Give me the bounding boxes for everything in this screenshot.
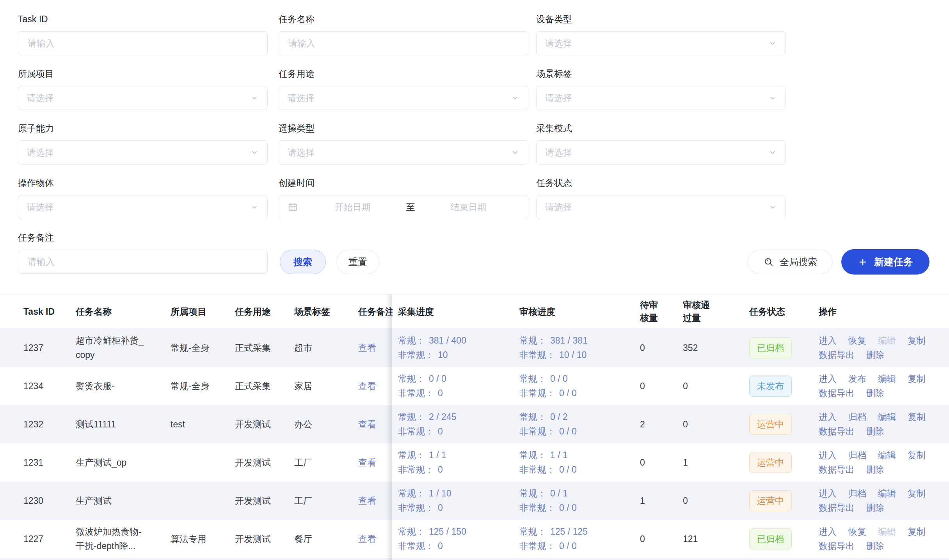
view-remark-link[interactable]: 查看 [358, 495, 376, 507]
action-delete[interactable]: 删除 [866, 348, 884, 362]
action-copy[interactable]: 复制 [908, 410, 926, 424]
action-enter[interactable]: 进入 [819, 372, 837, 386]
chevron-down-icon [250, 94, 259, 102]
scene-tag-select[interactable]: 请选择 [536, 86, 786, 110]
action-copy[interactable]: 复制 [908, 333, 926, 348]
action-edit[interactable]: 编辑 [878, 372, 896, 386]
view-remark-link[interactable]: 查看 [358, 342, 376, 354]
action-export[interactable]: 数据导出 [819, 386, 855, 401]
date-range-picker[interactable]: 开始日期 至 结束日期 [279, 195, 528, 219]
status-badge: 已归档 [749, 528, 792, 549]
action-enter[interactable]: 进入 [819, 525, 837, 539]
reset-button[interactable]: 重置 [336, 250, 379, 274]
header-name: 任务名称 [76, 295, 145, 328]
table-row: 1230 生产测试 开发测试 工厂 查看 常规：1 / 10 非常规：0 常规：… [0, 482, 949, 520]
action-restore[interactable]: 恢复 [848, 525, 866, 539]
action-copy[interactable]: 复制 [908, 448, 926, 463]
cell-project [171, 443, 211, 482]
end-date-placeholder[interactable]: 结束日期 [418, 201, 520, 213]
task-id-input[interactable] [27, 38, 259, 49]
task-id-input-box [18, 31, 268, 55]
new-task-button[interactable]: 新建任务 [841, 249, 929, 275]
action-archive[interactable]: 归档 [848, 448, 866, 463]
action-restore[interactable]: 恢复 [848, 333, 866, 348]
action-enter[interactable]: 进入 [819, 333, 837, 348]
filter-group-task-status: 任务状态 请选择 [536, 177, 786, 219]
filter-group-task-name: 任务名称 [279, 13, 528, 55]
action-export[interactable]: 数据导出 [819, 501, 855, 515]
filter-group-atomic-capability: 原子能力 请选择 [18, 122, 268, 165]
action-edit[interactable]: 编辑 [878, 448, 896, 463]
action-delete[interactable]: 删除 [866, 386, 884, 401]
action-enter[interactable]: 进入 [819, 410, 837, 424]
operation-object-select[interactable]: 请选择 [18, 195, 268, 219]
cell-approved-count: 1 [683, 443, 688, 482]
collect-mode-select[interactable]: 请选择 [536, 140, 786, 165]
action-publish[interactable]: 发布 [848, 372, 866, 386]
action-delete[interactable]: 删除 [866, 501, 884, 515]
chevron-down-icon [768, 148, 777, 157]
chevron-down-icon [768, 94, 777, 102]
select-placeholder: 请选择 [545, 147, 768, 159]
action-copy[interactable]: 复制 [908, 372, 926, 386]
action-enter[interactable]: 进入 [819, 486, 837, 501]
header-pending-line2: 核量 [640, 312, 658, 324]
project-select[interactable]: 请选择 [18, 86, 268, 110]
cell-actions: 进入 恢复 编辑 复制 数据导出 删除 [819, 329, 940, 367]
chevron-down-icon [768, 39, 777, 48]
search-button[interactable]: 搜索 [280, 250, 326, 274]
cell-scene: 工厂 [294, 443, 312, 482]
header-status: 任务状态 [749, 295, 785, 328]
field-label: 操作物体 [18, 177, 268, 189]
atomic-capability-select[interactable]: 请选择 [18, 140, 268, 165]
cell-approved-count: 352 [683, 329, 698, 367]
cell-purpose: 开发测试 [235, 482, 271, 520]
header-purpose: 任务用途 [235, 295, 271, 328]
filter-group-task-id: Task ID [18, 13, 268, 55]
cell-scene: 餐厅 [294, 520, 312, 558]
task-name-input[interactable] [288, 38, 519, 49]
view-remark-link[interactable]: 查看 [358, 418, 376, 431]
action-copy[interactable]: 复制 [908, 486, 926, 501]
action-delete[interactable]: 删除 [866, 424, 884, 439]
cell-pending-count: 1 [640, 482, 645, 520]
action-copy[interactable]: 复制 [908, 525, 926, 539]
device-type-select[interactable]: 请选择 [536, 31, 786, 55]
filter-group-create-time: 创建时间 开始日期 至 结束日期 [279, 177, 528, 219]
filter-group-purpose: 任务用途 请选择 [279, 68, 528, 110]
field-label: 任务状态 [536, 177, 786, 189]
action-export[interactable]: 数据导出 [819, 463, 855, 477]
task-status-select[interactable]: 请选择 [536, 195, 786, 219]
action-delete[interactable]: 删除 [866, 539, 884, 553]
view-remark-link[interactable]: 查看 [358, 380, 376, 392]
task-remark-input-box [18, 250, 268, 274]
action-delete[interactable]: 删除 [866, 463, 884, 477]
cell-task-name: 超市冷鲜柜补货_copy [76, 329, 145, 367]
action-archive[interactable]: 归档 [848, 486, 866, 501]
cell-review-progress: 常规：0 / 2 非常规：0 / 0 [519, 405, 577, 443]
action-export[interactable]: 数据导出 [819, 424, 855, 439]
chevron-down-icon [511, 148, 519, 157]
header-remark-clipped: 任务备注 [358, 295, 393, 328]
purpose-select[interactable]: 请选择 [279, 86, 528, 110]
view-remark-link[interactable]: 查看 [358, 457, 376, 469]
action-edit[interactable]: 编辑 [878, 486, 896, 501]
action-enter[interactable]: 进入 [819, 448, 837, 463]
cell-approved-count: 0 [683, 482, 688, 520]
action-export[interactable]: 数据导出 [819, 348, 855, 362]
cell-purpose: 开发测试 [235, 405, 271, 443]
status-badge: 运营中 [749, 490, 792, 511]
cell-review-progress: 常规：381 / 381 非常规：10 / 10 [519, 329, 588, 367]
teleop-type-select[interactable]: 请选择 [279, 140, 528, 165]
table-header-row: Task ID 任务名称 所属项目 任务用途 场景标签 任务备注 采集进度 审核… [0, 294, 949, 329]
field-label: 设备类型 [536, 13, 786, 25]
view-remark-link[interactable]: 查看 [358, 533, 376, 545]
global-search-button[interactable]: 全局搜索 [748, 250, 833, 274]
task-remark-input[interactable] [27, 256, 259, 268]
start-date-placeholder[interactable]: 开始日期 [302, 201, 404, 213]
action-archive[interactable]: 归档 [848, 410, 866, 424]
action-export[interactable]: 数据导出 [819, 539, 855, 553]
action-edit[interactable]: 编辑 [878, 410, 896, 424]
cell-scene: 家居 [294, 367, 312, 405]
status-badge: 运营中 [749, 414, 792, 435]
